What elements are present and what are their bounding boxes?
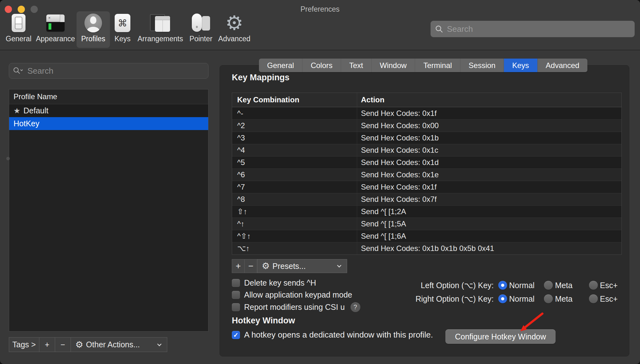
help-button[interactable]: ? [351, 302, 360, 312]
column-action: Action [357, 95, 385, 104]
add-key-mapping-button[interactable]: + [232, 259, 245, 273]
hotkey-checkbox-row[interactable]: ✓ A hotkey opens a dedicated window with… [232, 330, 433, 340]
keys-icon: ⌘ [115, 11, 130, 35]
toolbar-search-input[interactable] [446, 24, 630, 34]
csi-u-checkbox[interactable] [232, 303, 240, 311]
tab-window[interactable]: Window [371, 59, 415, 72]
key-mapping-controls: + − ⚙ Presets... [232, 259, 347, 273]
tab-text[interactable]: Text [341, 59, 371, 72]
tab-colors[interactable]: Colors [302, 59, 340, 72]
profile-name: Default [24, 106, 49, 115]
toolbar-item-keys[interactable]: ⌘ Keys [111, 11, 134, 48]
profile-row-hotkey[interactable]: HotKey [9, 117, 208, 130]
toolbar-item-appearance[interactable]: × Appearance [35, 11, 76, 48]
checkbox-row-csi-u[interactable]: Report modifiers using CSI u ? [232, 302, 360, 312]
default-star-icon: ★ [14, 106, 20, 115]
configure-hotkey-window-button[interactable]: Configure Hotkey Window [445, 329, 556, 344]
tab-advanced[interactable]: Advanced [537, 59, 588, 72]
toolbar-item-pointer[interactable]: Pointer [186, 11, 215, 48]
tab-keys[interactable]: Keys [504, 59, 537, 72]
add-profile-button[interactable]: + [39, 337, 55, 352]
profile-list: Profile Name ★ Default HotKey [9, 89, 209, 332]
table-row[interactable]: ^↑Send ^[ [1;5A [232, 218, 621, 230]
table-row[interactable]: ^7Send Hex Codes: 0x1f [232, 181, 621, 193]
pointer-icon [191, 11, 211, 35]
right-option-meta-radio[interactable] [544, 294, 553, 303]
hotkey-window-checkbox[interactable]: ✓ [232, 331, 240, 339]
left-option-label: Left Option (⌥) Key: [421, 281, 494, 290]
search-menu-icon [13, 67, 24, 75]
key-mappings-title: Key Mappings [232, 73, 289, 82]
profile-actions-bar: Tags > + − ⚙ Other Actions... [9, 337, 167, 352]
left-option-key-row: Left Option (⌥) Key: Normal Meta Esc+ [421, 281, 618, 290]
profile-search-field[interactable] [9, 63, 209, 79]
toolbar-search-field[interactable] [431, 21, 635, 37]
settings-tabbar: General Colors Text Window Terminal Sess… [259, 59, 587, 72]
remove-profile-button[interactable]: − [55, 337, 71, 352]
right-option-label: Right Option (⌥) Key: [415, 294, 494, 304]
table-row[interactable]: ^8Send Hex Codes: 0x7f [232, 193, 621, 205]
toolbar-item-arrangements[interactable]: Arrangements [134, 11, 186, 48]
table-row[interactable]: ⇧↑Send ^[ [1;2A [232, 205, 621, 218]
tab-general[interactable]: General [259, 59, 302, 72]
table-header: Key Combination Action [232, 93, 621, 107]
profile-search-input[interactable] [27, 66, 204, 76]
appearance-icon: × [46, 11, 65, 35]
table-row[interactable]: ^6Send Hex Codes: 0x1e [232, 168, 621, 181]
gear-icon: ⚙ [75, 340, 83, 349]
table-row[interactable]: ^5Send Hex Codes: 0x1d [232, 156, 621, 168]
left-option-meta-radio[interactable] [544, 281, 553, 290]
other-actions-dropdown[interactable]: ⚙ Other Actions... [71, 337, 167, 352]
profile-name: HotKey [14, 119, 39, 128]
search-icon [435, 25, 443, 33]
right-option-esc-radio[interactable] [589, 294, 598, 303]
profile-list-header: Profile Name [9, 89, 208, 104]
profile-row-default[interactable]: ★ Default [9, 104, 208, 117]
keypad-mode-checkbox[interactable] [232, 291, 240, 299]
toolbar-item-general[interactable]: General [4, 11, 33, 48]
titlebar-toolbar: Preferences General × Appearance Profile… [0, 0, 640, 50]
table-row[interactable]: ⌥↑Send Hex Codes: 0x1b 0x1b 0x5b 0x41 [232, 242, 621, 254]
toolbar-item-profiles[interactable]: Profiles [77, 11, 110, 48]
tab-terminal[interactable]: Terminal [415, 59, 460, 72]
left-option-normal-radio[interactable] [498, 281, 507, 290]
profile-settings-panel: Key Mappings Key Combination Action ^-Se… [220, 65, 629, 356]
tab-session[interactable]: Session [460, 59, 504, 72]
gear-icon: ⚙ [262, 262, 270, 270]
toolbar-item-advanced[interactable]: ⚙ Advanced [216, 11, 253, 48]
hotkey-window-title: Hotkey Window [232, 316, 295, 326]
remove-key-mapping-button[interactable]: − [244, 259, 257, 273]
table-row[interactable]: ^4Send Hex Codes: 0x1c [232, 144, 621, 156]
arrangements-icon [150, 11, 171, 35]
preferences-window: Preferences General × Appearance Profile… [0, 0, 640, 364]
right-option-normal-radio[interactable] [498, 294, 507, 303]
profiles-icon [84, 11, 102, 35]
checkbox-row-keypad-mode[interactable]: Allow application keypad mode [232, 290, 352, 299]
left-option-esc-radio[interactable] [589, 281, 598, 290]
tags-button[interactable]: Tags > [9, 337, 39, 352]
key-mappings-table: Key Combination Action ^-Send Hex Codes:… [232, 93, 622, 255]
checkbox-row-delete-key[interactable]: Delete key sends ^H [232, 278, 316, 287]
chevron-down-icon [156, 343, 163, 347]
chevron-down-icon [336, 264, 342, 268]
presets-dropdown[interactable]: ⚙ Presets... [257, 259, 347, 273]
pane-splitter-handle[interactable] [6, 157, 10, 160]
table-row[interactable]: ^⇧↑Send ^[ [1;6A [232, 230, 621, 242]
delete-key-checkbox[interactable] [232, 279, 240, 287]
advanced-gear-icon: ⚙ [225, 11, 243, 35]
column-key-combination: Key Combination [232, 93, 357, 107]
table-row[interactable]: ^3Send Hex Codes: 0x1b [232, 132, 621, 144]
table-row[interactable]: ^2Send Hex Codes: 0x00 [232, 119, 621, 132]
general-icon [12, 11, 26, 35]
table-row[interactable]: ^-Send Hex Codes: 0x1f [232, 107, 621, 119]
right-option-key-row: Right Option (⌥) Key: Normal Meta Esc+ [415, 294, 618, 304]
